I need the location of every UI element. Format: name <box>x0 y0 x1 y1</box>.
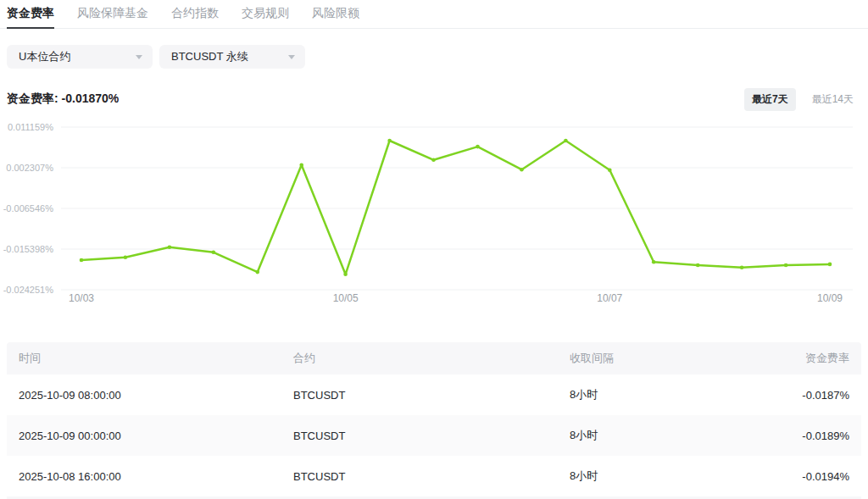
y-axis-tick-label: -0.006546% <box>3 203 54 213</box>
table-cell: BTCUSDT <box>293 430 570 442</box>
x-axis-tick-label: 10/05 <box>333 292 359 304</box>
range-button-0[interactable]: 最近7天 <box>744 88 796 111</box>
chart-gridlines: 0.011159%0.002307%-0.006546%-0.015398%-0… <box>3 122 853 295</box>
funding-rate-chart: 0.011159%0.002307%-0.006546%-0.015398%-0… <box>0 119 868 309</box>
range-button-group: 最近7天最近14天 <box>744 88 861 111</box>
table-cell: 8小时 <box>570 387 731 402</box>
table-row: 2025-10-09 08:00:00BTCUSDT8小时-0.0187% <box>7 374 861 415</box>
contract-value: BTCUSDT 永续 <box>171 49 248 64</box>
table-row: 2025-10-08 16:00:00BTCUSDT8小时-0.0194% <box>7 456 861 496</box>
table-cell: 2025-10-09 00:00:00 <box>7 430 293 442</box>
table-cell: -0.0187% <box>731 389 861 402</box>
table-cell: -0.0189% <box>731 430 861 442</box>
y-axis-tick-label: 0.002307% <box>6 163 53 173</box>
column-header: 资金费率 <box>731 351 861 366</box>
contract-filters: U本位合约 BTCUSDT 永续 <box>7 45 305 69</box>
y-axis-tick-label: -0.024251% <box>3 285 54 295</box>
tab-3[interactable]: 交易规则 <box>242 0 289 29</box>
y-axis-tick-label: -0.015398% <box>3 244 54 254</box>
data-point-markers <box>80 139 832 276</box>
column-header: 时间 <box>7 351 293 366</box>
current-funding-rate: 资金费率: -0.01870% <box>7 91 119 107</box>
contract-select[interactable]: BTCUSDT 永续 <box>159 45 305 69</box>
line-chart-svg: 0.011159%0.002307%-0.006546%-0.015398%-0… <box>0 119 868 309</box>
table-cell: BTCUSDT <box>293 470 570 483</box>
x-axis-tick-label: 10/09 <box>817 292 843 304</box>
table-row: 2025-10-09 00:00:00BTCUSDT8小时-0.0189% <box>7 415 861 456</box>
table-cell: 8小时 <box>570 469 731 484</box>
contract-type-value: U本位合约 <box>19 49 70 64</box>
funding-rate-page: 资金费率风险保障基金合约指数交易规则风险限额 U本位合约 BTCUSDT 永续 … <box>0 0 868 499</box>
y-axis-tick-label: 0.011159% <box>8 122 53 132</box>
x-axis-labels: 10/0310/0510/0710/09 <box>69 292 843 304</box>
tab-bar: 资金费率风险保障基金合约指数交易规则风险限额 <box>0 0 868 29</box>
column-header: 合约 <box>293 351 570 366</box>
funding-history-table: 时间合约收取间隔资金费率 2025-10-09 08:00:00BTCUSDT8… <box>7 342 861 499</box>
tab-4[interactable]: 风险限额 <box>312 0 359 29</box>
table-header-row: 时间合约收取间隔资金费率 <box>7 342 861 374</box>
contract-type-select[interactable]: U本位合约 <box>7 45 153 69</box>
funding-rate-line <box>81 141 830 274</box>
x-axis-tick-label: 10/03 <box>69 292 94 304</box>
tab-2[interactable]: 合约指数 <box>171 0 219 29</box>
column-header: 收取间隔 <box>570 351 731 366</box>
range-button-1[interactable]: 最近14天 <box>804 88 861 111</box>
chevron-down-icon <box>288 55 295 59</box>
table-cell: BTCUSDT <box>293 389 570 402</box>
table-cell: 8小时 <box>570 428 731 443</box>
table-cell: 2025-10-08 16:00:00 <box>7 470 293 483</box>
table-cell: 2025-10-09 08:00:00 <box>7 389 293 402</box>
x-axis-tick-label: 10/07 <box>597 292 622 304</box>
table-cell: -0.0194% <box>731 470 861 483</box>
tab-1[interactable]: 风险保障基金 <box>77 0 148 29</box>
rate-row: 资金费率: -0.01870% 最近7天最近14天 <box>7 88 861 110</box>
tab-0[interactable]: 资金费率 <box>7 0 54 29</box>
table-body: 2025-10-09 08:00:00BTCUSDT8小时-0.0187%202… <box>7 374 861 496</box>
chevron-down-icon <box>136 55 142 59</box>
